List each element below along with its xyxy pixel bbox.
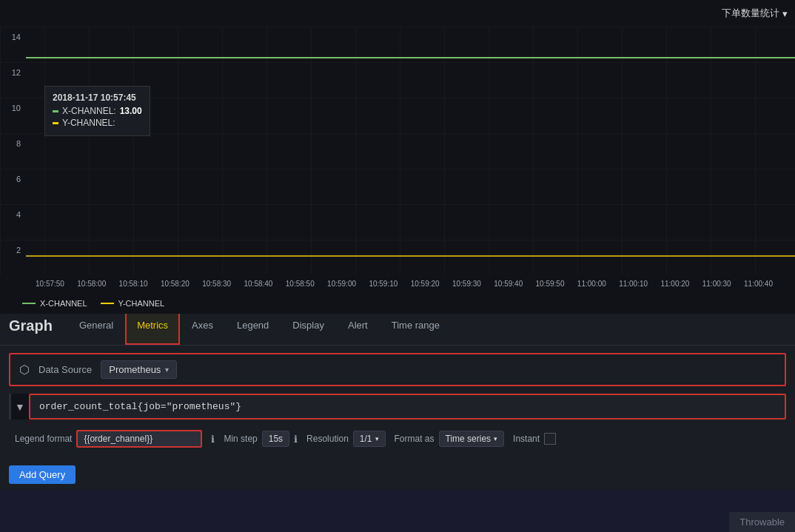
legend-format-input[interactable]	[76, 430, 202, 448]
x-label-16: 11:00:30	[702, 280, 731, 292]
instant-label: Instant	[513, 434, 540, 444]
add-query-button[interactable]: Add Query	[9, 465, 76, 484]
datasource-value: Prometheus	[109, 364, 161, 375]
legend-y-channel-line	[101, 303, 114, 304]
query-input-container	[29, 394, 786, 420]
metrics-section: ⬡ Data Source Prometheus ▾ ▼ Legend form…	[0, 346, 795, 459]
instant-group: Instant	[513, 433, 556, 445]
datasource-icon: ⬡	[19, 363, 30, 377]
x-label-4: 10:58:30	[202, 280, 231, 292]
legend-format-group: Legend format	[15, 430, 202, 448]
add-query-row: Add Query	[0, 459, 795, 490]
format-as-dropdown[interactable]: Time series ▾	[439, 431, 505, 447]
min-step-label: Min step	[224, 434, 257, 444]
chart-title-bar: 下单数量统计 ▾	[0, 0, 795, 27]
svg-text:4: 4	[16, 210, 21, 219]
legend-x-channel-line	[22, 303, 36, 304]
x-axis: 10:57:50 10:58:00 10:58:10 10:58:20 10:5…	[0, 278, 795, 293]
svg-text:14: 14	[12, 33, 21, 41]
chart-legend: X-CHANNEL Y-CHANNEL	[0, 293, 795, 314]
chart-svg-area: 14 12 10 8 6 4 2 2018-11-17 10:57:45 X-C…	[0, 27, 795, 278]
datasource-label: Data Source	[38, 364, 92, 375]
resolution-dropdown[interactable]: 1/1 ▾	[353, 431, 386, 447]
datasource-row: ⬡ Data Source Prometheus ▾	[9, 353, 786, 386]
query-options-row: Legend format ℹ Min step 15s ℹ Resolutio…	[9, 425, 786, 452]
svg-rect-0	[0, 27, 795, 275]
x-label-7: 10:59:00	[327, 280, 356, 292]
x-label-8: 10:59:10	[369, 280, 398, 292]
legend-y-channel-label: Y-CHANNEL	[118, 299, 165, 308]
x-label-5: 10:58:40	[244, 280, 272, 292]
format-as-arrow-icon: ▾	[494, 435, 497, 442]
chart-title-dropdown-icon[interactable]: ▾	[782, 8, 788, 19]
chart-title: 下单数量统计	[722, 7, 779, 20]
x-label-1: 10:58:00	[77, 280, 106, 292]
legend-format-label: Legend format	[15, 434, 72, 444]
format-as-group: Format as Time series ▾	[395, 431, 505, 447]
format-as-value: Time series	[446, 434, 492, 444]
min-step-value: 15s	[262, 431, 289, 447]
svg-text:2: 2	[16, 246, 21, 255]
resolution-group: Resolution 1/1 ▾	[306, 431, 385, 447]
query-input[interactable]	[29, 394, 786, 420]
svg-text:12: 12	[12, 68, 21, 77]
legend-x-channel: X-CHANNEL	[22, 299, 87, 308]
legend-y-channel: Y-CHANNEL	[101, 299, 165, 308]
x-label-11: 10:59:40	[494, 280, 523, 292]
datasource-dropdown[interactable]: Prometheus ▾	[101, 360, 177, 379]
legend-x-channel-label: X-CHANNEL	[40, 299, 87, 308]
query-row: ▼	[9, 394, 786, 420]
x-label-17: 11:00:40	[744, 280, 773, 292]
x-label-14: 11:00:10	[619, 280, 648, 292]
x-label-2: 10:58:10	[119, 280, 148, 292]
svg-text:6: 6	[16, 175, 21, 183]
resolution-arrow-icon: ▾	[375, 435, 379, 442]
svg-text:8: 8	[16, 139, 21, 148]
x-label-15: 11:00:20	[660, 280, 689, 292]
min-step-group: Min step 15s ℹ	[224, 431, 298, 447]
x-label-0: 10:57:50	[36, 280, 64, 292]
datasource-arrow-icon: ▾	[165, 366, 169, 374]
chart-container: 下单数量统计 ▾ 14 12 10 8 6 4 2	[0, 0, 795, 307]
query-collapse-icon[interactable]: ▼	[11, 395, 29, 419]
format-as-label: Format as	[395, 434, 435, 444]
resolution-label: Resolution	[306, 434, 349, 444]
resolution-value: 1/1	[360, 434, 372, 444]
instant-checkbox[interactable]	[544, 433, 556, 445]
x-label-3: 10:58:20	[161, 280, 189, 292]
x-label-12: 10:59:50	[536, 280, 565, 292]
throwable-badge: Throwable	[729, 512, 795, 532]
x-label-10: 10:59:30	[452, 280, 481, 292]
min-step-info-icon[interactable]: ℹ	[294, 434, 298, 445]
x-label-13: 11:00:00	[577, 280, 606, 292]
info-icon-group: ℹ	[211, 434, 215, 445]
x-label-6: 10:58:50	[286, 280, 315, 292]
legend-format-info-icon[interactable]: ℹ	[211, 434, 215, 445]
x-label-9: 10:59:20	[411, 280, 440, 292]
svg-text:10: 10	[12, 104, 21, 112]
panel-title: Graph	[0, 317, 67, 334]
